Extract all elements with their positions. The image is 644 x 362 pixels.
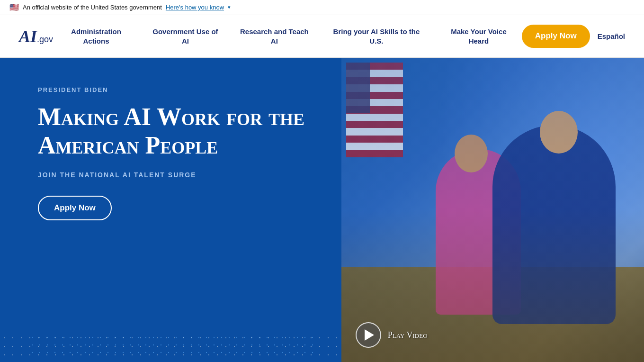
- espanol-link[interactable]: Español: [598, 32, 625, 40]
- play-video-label: Play Video: [388, 330, 428, 340]
- site-header: AI .gov Administration Actions Governmen…: [0, 15, 644, 58]
- nav-voice-heard[interactable]: Make Your Voice Heard: [436, 23, 522, 49]
- hero-left-panel: President Biden Making AI Work for the A…: [0, 58, 341, 362]
- hero-title: Making AI Work for the American People: [38, 103, 313, 160]
- nav-ai-skills[interactable]: Bring your AI Skills to the U.S.: [322, 23, 431, 49]
- play-button[interactable]: [356, 322, 381, 348]
- hero-image-panel: Play Video: [341, 58, 644, 362]
- how-you-know-link[interactable]: Here's how you know: [166, 4, 224, 11]
- gov-banner: 🇺🇸 An official website of the United Sta…: [0, 0, 644, 15]
- play-triangle-icon: [365, 329, 374, 341]
- hero-subtitle: Join the National AI Talent Surge: [38, 171, 313, 179]
- video-play-overlay[interactable]: Play Video: [356, 322, 428, 348]
- main-nav: Administration Actions Government Use of…: [53, 23, 522, 49]
- logo-gov-text: .gov: [37, 35, 53, 45]
- hero-apply-button[interactable]: Apply Now: [38, 196, 112, 220]
- nav-admin-actions[interactable]: Administration Actions: [53, 23, 139, 49]
- us-flag-icon: 🇺🇸: [9, 3, 19, 12]
- hero-section: President Biden Making AI Work for the A…: [0, 58, 644, 362]
- nav-research-teach[interactable]: Research and Teach AI: [232, 23, 317, 49]
- header-apply-button[interactable]: Apply Now: [522, 25, 590, 47]
- official-text: An official website of the United States…: [23, 4, 162, 11]
- chevron-down-icon: ▾: [228, 4, 231, 10]
- image-overlay: [341, 58, 644, 362]
- site-logo[interactable]: AI .gov: [19, 27, 53, 46]
- president-label: President Biden: [38, 86, 313, 93]
- logo-ai-text: AI: [19, 27, 37, 46]
- header-right: Apply Now Español: [522, 25, 625, 47]
- dots-decoration: [0, 329, 341, 362]
- nav-gov-use[interactable]: Government Use of AI: [144, 23, 227, 49]
- hero-scene: [341, 58, 644, 362]
